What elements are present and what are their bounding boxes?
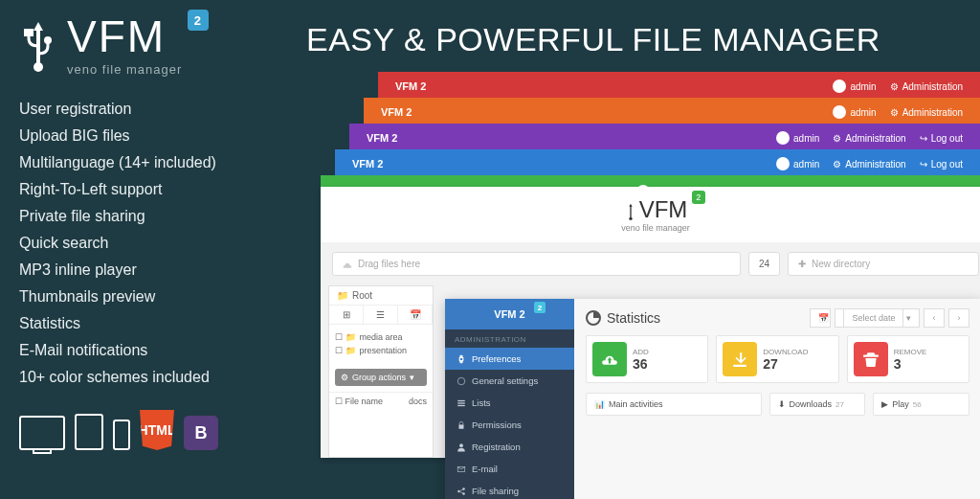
admin-sidebar: VFM 22 ADMINISTRATION Preferences Genera…: [445, 299, 574, 499]
sidebar-item-preferences[interactable]: Preferences: [445, 348, 574, 370]
admin-panel: VFM 22 ADMINISTRATION Preferences Genera…: [445, 299, 980, 499]
svg-rect-2: [24, 29, 33, 36]
avatar-icon: [833, 105, 846, 119]
usb-icon: [19, 17, 57, 75]
date-view-button[interactable]: 📅: [398, 306, 433, 324]
logout-link[interactable]: ↪ Log out: [920, 133, 963, 144]
cloud-up-icon: [592, 342, 627, 376]
theme-bar-red: VFM 2 admin⚙ Administration: [378, 72, 980, 101]
svg-point-3: [44, 36, 52, 44]
feature-item: Right-To-Left support: [19, 176, 297, 203]
stat-tile-add: ADD36: [586, 335, 708, 383]
feature-item: Statistics: [19, 310, 297, 337]
feature-item: E-Mail notifications: [19, 337, 297, 364]
tablet-icon: [75, 414, 103, 450]
main-activities-panel: 📊Main activities: [586, 393, 762, 416]
feature-item: MP3 inline player: [19, 257, 297, 284]
stat-tile-remove: REMOVE3: [847, 335, 969, 383]
sidebar-title: VFM 22: [445, 299, 574, 329]
app-logo: VFM 2 veno file manager: [621, 196, 690, 233]
feature-item: User registration: [19, 96, 297, 123]
downloads-panel: ⬇Downloads27: [769, 393, 866, 416]
download-icon: [723, 342, 757, 376]
folder-item[interactable]: ☐ 📁 media area: [335, 330, 427, 344]
svg-rect-7: [457, 399, 465, 400]
monitor-icon: [19, 416, 65, 450]
admin-link[interactable]: ⚙ Administration: [833, 159, 905, 170]
feature-item: Multilanguage (14+ included): [19, 149, 297, 176]
version-badge: 2: [188, 10, 209, 31]
svg-rect-5: [630, 205, 631, 218]
sidebar-item-lists[interactable]: Lists: [445, 392, 574, 414]
feature-item: Quick search: [19, 230, 297, 257]
play-panel: ▶Play56: [873, 393, 969, 416]
play-icon: ▶: [881, 399, 888, 409]
admin-link[interactable]: ⚙ Administration: [890, 107, 963, 118]
avatar-icon: [776, 131, 790, 145]
chart-icon: [586, 310, 601, 326]
file-browser: 📁Root ⊞ ☰ 📅 ☐ 📁 media area ☐ 📁 presentat…: [328, 285, 434, 458]
download-icon: ⬇: [778, 399, 786, 409]
logo-title: VFM 2: [67, 14, 182, 58]
phone-icon: [113, 420, 130, 450]
list-view-button[interactable]: ☰: [364, 306, 398, 324]
upload-dropzone[interactable]: Drag files here: [332, 252, 741, 276]
calendar-button[interactable]: 📅: [810, 308, 831, 328]
feature-item: Private file sharing: [19, 203, 297, 230]
logo-subtitle: veno file manager: [67, 62, 182, 77]
sidebar-item-permissions[interactable]: Permissions: [445, 414, 574, 436]
new-directory-input[interactable]: ✚ New directory: [788, 252, 979, 276]
logout-link[interactable]: ↪ Log out: [920, 159, 963, 170]
sidebar-section: ADMINISTRATION: [445, 329, 574, 348]
stat-tile-download: DOWNLOAD27: [716, 335, 838, 383]
theme-bar-purple: VFM 2 admin⚙ Administration↪ Log out: [349, 124, 980, 152]
file-count: 24: [748, 252, 780, 276]
svg-point-6: [457, 377, 465, 385]
folder-item[interactable]: ☐ 📁 presentation: [335, 344, 427, 357]
feature-item: Upload BIG files: [19, 123, 297, 149]
product-logo: VFM 2 veno file manager: [19, 14, 297, 77]
svg-point-13: [457, 489, 460, 492]
html5-icon: HTML: [140, 410, 174, 450]
group-actions-button[interactable]: ⚙ Group actions ▾: [335, 369, 427, 386]
version-badge: 2: [692, 191, 705, 204]
feature-list: User registration Upload BIG files Multi…: [19, 96, 297, 391]
svg-rect-8: [457, 402, 465, 403]
headline: EASY & POWERFUL FILE MANAGER: [306, 21, 880, 58]
avatar-icon: [833, 79, 846, 93]
sidebar-item-email[interactable]: E-mail: [445, 458, 574, 480]
cloud-icon: [343, 260, 352, 269]
admin-link[interactable]: ⚙ Administration: [833, 133, 905, 144]
admin-link[interactable]: ⚙ Administration: [890, 81, 963, 92]
device-icons: HTML B: [19, 410, 297, 450]
sidebar-item-registration[interactable]: Registration: [445, 436, 574, 458]
svg-point-11: [459, 443, 463, 447]
stats-title: Statistics: [586, 310, 660, 326]
plus-icon: ✚: [798, 259, 806, 269]
svg-rect-10: [459, 424, 464, 428]
next-button[interactable]: ›: [948, 308, 969, 328]
trash-icon: [854, 342, 888, 376]
feature-item: Thumbnails preview: [19, 284, 297, 310]
breadcrumb-root[interactable]: 📁Root: [329, 286, 433, 305]
avatar-icon: [776, 157, 790, 170]
svg-rect-9: [457, 404, 465, 405]
sidebar-item-general[interactable]: General settings: [445, 370, 574, 392]
feature-item: 10+ color schemes included: [19, 364, 297, 391]
folder-icon: 📁: [337, 290, 348, 301]
prev-button[interactable]: ‹: [924, 308, 945, 328]
date-select[interactable]: Select date ▾: [835, 308, 920, 328]
theme-bar-orange: VFM 2 admin⚙ Administration: [364, 98, 980, 126]
grid-view-button[interactable]: ⊞: [329, 306, 364, 324]
theme-bar-blue: VFM 2 admin⚙ Administration↪ Log out: [335, 149, 980, 178]
bootstrap-icon: B: [184, 416, 218, 450]
sidebar-item-sharing[interactable]: File sharing: [445, 480, 574, 499]
chart-icon: 📊: [594, 399, 605, 409]
